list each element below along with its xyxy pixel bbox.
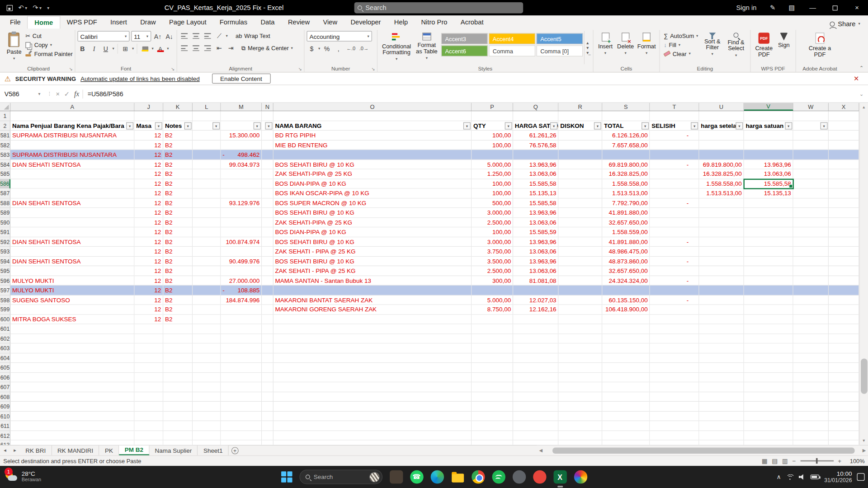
cell-V595[interactable] bbox=[744, 266, 793, 276]
cell-U597[interactable] bbox=[699, 286, 744, 295]
cell-O586[interactable]: BOS DIAN-PIPA @ 10 KG bbox=[274, 179, 472, 188]
cell-R593[interactable] bbox=[559, 247, 603, 256]
cell-U2[interactable]: harga setelah▾ bbox=[699, 121, 744, 131]
cell-R586[interactable] bbox=[559, 179, 603, 188]
cell-S592[interactable]: 41.891.880,00 bbox=[602, 237, 650, 247]
cell-P593[interactable]: 3.750,00 bbox=[472, 247, 513, 256]
cell-M598[interactable]: 184.874.996 bbox=[221, 295, 262, 305]
cell-U606[interactable] bbox=[699, 373, 744, 382]
whatsapp-icon[interactable]: ☎ bbox=[410, 470, 423, 483]
cell-P584[interactable]: 5.000,00 bbox=[472, 160, 513, 169]
page-layout-view-icon[interactable]: ▤ bbox=[772, 457, 778, 465]
row-header-613[interactable]: 613 bbox=[0, 441, 10, 445]
cell-O610[interactable] bbox=[274, 411, 472, 421]
row-header-583[interactable]: 583 bbox=[0, 150, 10, 160]
align-middle-icon[interactable] bbox=[191, 31, 201, 41]
cell-style-accent3[interactable]: Accent3 bbox=[441, 33, 488, 44]
accounting-format-icon[interactable]: $ bbox=[307, 44, 316, 54]
cell-R600[interactable] bbox=[559, 314, 603, 324]
cell-U612[interactable] bbox=[699, 431, 744, 440]
column-header-N[interactable]: N bbox=[262, 103, 274, 111]
font-size-select[interactable]: 11▾ bbox=[131, 31, 151, 42]
cell-L596[interactable] bbox=[193, 276, 221, 285]
cell-R604[interactable] bbox=[559, 353, 603, 363]
cell-A585[interactable] bbox=[10, 169, 134, 179]
cell-O587[interactable]: BOS IKAN OSCAR-PIPA @ 10 KG bbox=[274, 189, 472, 198]
cell-N597[interactable] bbox=[262, 286, 274, 295]
cell-K584[interactable]: B2 bbox=[163, 160, 193, 169]
cell-X590[interactable] bbox=[829, 218, 859, 227]
ribbon-tab-help[interactable]: Help bbox=[387, 16, 415, 29]
cell-Q605[interactable] bbox=[513, 363, 558, 372]
cell-O613[interactable] bbox=[274, 441, 472, 445]
cell-W585[interactable] bbox=[793, 169, 829, 179]
cell-S607[interactable] bbox=[602, 382, 650, 392]
edge-icon[interactable] bbox=[430, 470, 443, 483]
cell-L2[interactable]: ▾ bbox=[193, 121, 221, 131]
cell-X589[interactable] bbox=[829, 208, 859, 217]
ribbon-tab-acrobat[interactable]: Acrobat bbox=[454, 16, 490, 29]
column-header-W[interactable]: W bbox=[793, 103, 829, 111]
cell-U590[interactable] bbox=[699, 218, 744, 227]
cell-W612[interactable] bbox=[793, 431, 829, 440]
cell-R582[interactable] bbox=[559, 140, 603, 150]
column-header-S[interactable]: S bbox=[602, 103, 650, 111]
align-right-icon[interactable] bbox=[203, 43, 212, 53]
cell-A611[interactable] bbox=[10, 421, 134, 431]
cell-N596[interactable] bbox=[262, 276, 274, 285]
orientation-icon[interactable]: ⟋ bbox=[214, 31, 224, 41]
row-header-589[interactable]: 589 bbox=[0, 208, 10, 217]
cell-O608[interactable] bbox=[274, 392, 472, 402]
cell-Q598[interactable]: 12.027,03 bbox=[513, 295, 558, 305]
zoom-slider-thumb[interactable] bbox=[816, 458, 817, 464]
cell-X609[interactable] bbox=[829, 402, 859, 411]
cell-K601[interactable] bbox=[163, 324, 193, 334]
minimize-button[interactable]: — bbox=[802, 0, 824, 15]
ribbon-tab-home[interactable]: Home bbox=[27, 16, 60, 29]
cell-Q606[interactable] bbox=[513, 373, 558, 382]
cell-M608[interactable] bbox=[221, 392, 262, 402]
cell-N589[interactable] bbox=[262, 208, 274, 217]
row-header-597[interactable]: 597 bbox=[0, 286, 10, 295]
cell-T600[interactable] bbox=[650, 314, 699, 324]
cell-O593[interactable]: ZAK SEHATI - PIPA @ 25 KG bbox=[274, 247, 472, 256]
fill-color-icon[interactable] bbox=[140, 44, 150, 54]
ribbon-tab-file[interactable]: File bbox=[3, 16, 27, 29]
cell-W584[interactable] bbox=[793, 160, 829, 169]
filter-button-V[interactable]: ▾ bbox=[785, 122, 792, 129]
cell-P1[interactable] bbox=[472, 111, 513, 121]
cell-T604[interactable] bbox=[650, 353, 699, 363]
row-header-605[interactable]: 605 bbox=[0, 363, 10, 372]
undo-button[interactable]: ↶▾ bbox=[18, 4, 27, 12]
cell-T598[interactable]: - bbox=[650, 295, 699, 305]
cell-P606[interactable] bbox=[472, 373, 513, 382]
increase-font-size-icon[interactable]: A↑ bbox=[153, 31, 163, 41]
cell-R587[interactable] bbox=[559, 189, 603, 198]
cell-L613[interactable] bbox=[193, 441, 221, 445]
ribbon-tab-developer[interactable]: Developer bbox=[344, 16, 387, 29]
cell-J588[interactable]: 12 bbox=[135, 198, 164, 208]
collapse-ribbon-icon[interactable]: ⌃ bbox=[859, 65, 863, 70]
cell-P608[interactable] bbox=[472, 392, 513, 402]
cell-O591[interactable]: BOS DIAN-PIPA @ 10 KG bbox=[274, 227, 472, 237]
cell-J583[interactable]: 12 bbox=[135, 150, 164, 160]
cell-Q609[interactable] bbox=[513, 402, 558, 411]
cell-K594[interactable]: B2 bbox=[163, 257, 193, 266]
row-header-610[interactable]: 610 bbox=[0, 411, 10, 421]
cell-V607[interactable] bbox=[744, 382, 793, 392]
cell-V584[interactable]: 13.963,96 bbox=[744, 160, 793, 169]
cell-R612[interactable] bbox=[559, 431, 603, 440]
cell-P601[interactable] bbox=[472, 324, 513, 334]
row-header-588[interactable]: 588 bbox=[0, 198, 10, 208]
cell-V1[interactable] bbox=[744, 111, 793, 121]
row-header-596[interactable]: 596 bbox=[0, 276, 10, 285]
app-red-icon[interactable] bbox=[533, 470, 546, 483]
cell-Q601[interactable] bbox=[513, 324, 558, 334]
filter-button-A[interactable]: ▾ bbox=[126, 122, 133, 129]
cell-K593[interactable]: B2 bbox=[163, 247, 193, 256]
cell-T610[interactable] bbox=[650, 411, 699, 421]
delete-cells-button[interactable]: Delete▾ bbox=[615, 31, 636, 64]
format-as-table-button[interactable]: Format as Table▾ bbox=[413, 31, 440, 64]
cell-J585[interactable]: 12 bbox=[135, 169, 164, 179]
cell-S593[interactable]: 48.986.475,00 bbox=[602, 247, 650, 256]
